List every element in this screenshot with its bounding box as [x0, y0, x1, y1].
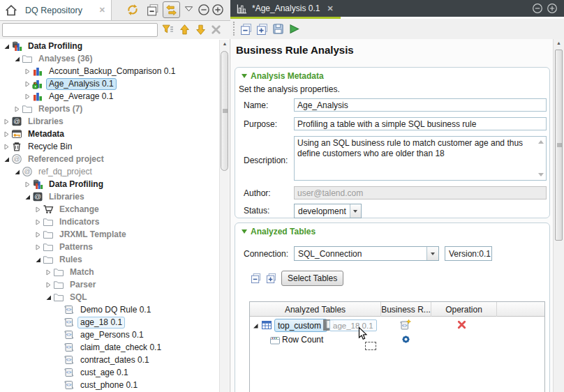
- close-icon[interactable]: ✕: [99, 6, 105, 15]
- tree-collapsed-arrow-icon[interactable]: [34, 218, 42, 225]
- refresh-icon[interactable]: [126, 3, 139, 16]
- run-icon[interactable]: [288, 23, 300, 35]
- tree-expanded-arrow-icon[interactable]: [24, 193, 31, 200]
- maximize-icon[interactable]: [212, 3, 224, 16]
- dropdown-arrow-icon[interactable]: [426, 247, 438, 260]
- save-icon[interactable]: [272, 23, 284, 35]
- scrollbar-thumb[interactable]: [221, 51, 228, 171]
- select-tables-button[interactable]: Select Tables: [281, 271, 343, 286]
- tree-expanded-arrow-icon[interactable]: [3, 43, 10, 50]
- tree-item[interactable]: @Referenced project: [0, 153, 218, 165]
- tree-collapsed-arrow-icon[interactable]: [3, 118, 10, 125]
- tree-collapsed-arrow-icon[interactable]: [24, 181, 31, 188]
- tab-age-analysis[interactable]: *Age_Analysis 0.1 ✕: [230, 0, 341, 17]
- selected-table-cell[interactable]: top_custom: [274, 319, 327, 332]
- scroll-up-icon[interactable]: [538, 140, 544, 144]
- tree-item[interactable]: <>cust_phone 0.1: [0, 379, 218, 391]
- col-business-rule[interactable]: Business R...: [381, 302, 431, 317]
- tree-item[interactable]: Rules: [0, 253, 218, 266]
- purpose-field[interactable]: [294, 117, 547, 130]
- table-row[interactable]: Row Count: [250, 333, 544, 348]
- tree-scrollbar[interactable]: ▲: [219, 40, 229, 392]
- tree-expanded-arrow-icon[interactable]: [13, 55, 21, 62]
- tree-item[interactable]: <>claim_date_check 0.1: [0, 341, 218, 354]
- tree-collapsed-arrow-icon[interactable]: [13, 105, 21, 112]
- collapse-all-icon[interactable]: [147, 3, 159, 16]
- connection-dropdown[interactable]: SQL_Connection: [294, 246, 439, 261]
- tree-collapsed-arrow-icon[interactable]: [3, 130, 10, 137]
- scroll-up-icon[interactable]: ▲: [554, 40, 564, 45]
- table-row[interactable]: top_custom age_18 0.1 <>: [250, 318, 544, 333]
- tree-expanded-arrow-icon[interactable]: [34, 256, 42, 263]
- toolbar-handle[interactable]: [233, 22, 235, 36]
- minimize-icon[interactable]: [198, 3, 210, 16]
- tree-item[interactable]: @Libraries: [0, 190, 218, 203]
- collapse-sections-icon[interactable]: [240, 23, 252, 35]
- tree-item[interactable]: Data Profiling: [0, 178, 218, 190]
- dropdown-arrow-icon[interactable]: [350, 204, 361, 218]
- tree-item[interactable]: <>Demo DQ Rule 0.1: [0, 303, 218, 316]
- tree-collapsed-arrow-icon[interactable]: [24, 80, 31, 87]
- collapse-triangle-icon[interactable]: [242, 229, 247, 234]
- tree-item[interactable]: Indicators: [0, 216, 218, 228]
- tree-item[interactable]: SQL: [0, 291, 218, 303]
- tab-dq-repository[interactable]: DQ Repository ✕: [20, 0, 112, 20]
- scrollbar-thumb[interactable]: [555, 50, 563, 241]
- tree-item[interactable]: Analyses (36): [0, 52, 218, 65]
- scroll-up-icon[interactable]: ▲: [220, 41, 230, 46]
- expand-sections-icon[interactable]: [256, 23, 268, 35]
- tree-item[interactable]: Data Profiling: [0, 40, 218, 52]
- expand-table-icon[interactable]: [266, 273, 276, 283]
- tree-collapsed-arrow-icon[interactable]: [34, 206, 42, 213]
- link-with-editor-button[interactable]: [163, 1, 180, 18]
- tree-collapsed-arrow-icon[interactable]: [45, 269, 52, 276]
- expand-arrow-icon[interactable]: [253, 323, 258, 329]
- tree-item[interactable]: JRXML Template: [0, 228, 218, 241]
- collapse-table-icon[interactable]: [251, 273, 261, 283]
- tree-item[interactable]: Match: [0, 266, 218, 278]
- status-dropdown[interactable]: development: [294, 204, 362, 218]
- move-down-icon[interactable]: [195, 24, 207, 36]
- filter-input[interactable]: [2, 23, 158, 37]
- clear-filter-icon[interactable]: [210, 24, 222, 36]
- business-rule-icon[interactable]: <>: [399, 319, 412, 331]
- tree-item[interactable]: Age_Average 0.1: [0, 90, 218, 103]
- move-up-icon[interactable]: [179, 24, 191, 36]
- collapse-triangle-icon[interactable]: [242, 74, 247, 78]
- tree-item[interactable]: <>cust_age 0.1: [0, 366, 218, 379]
- tree-item[interactable]: Exchange: [0, 203, 218, 216]
- tree-expanded-arrow-icon[interactable]: [45, 294, 52, 301]
- tree-item[interactable]: Reports (7): [0, 103, 218, 115]
- tree-expanded-arrow-icon[interactable]: [13, 168, 21, 175]
- tree-item[interactable]: <>age_18 0.1: [0, 316, 218, 329]
- delete-icon[interactable]: [457, 319, 467, 330]
- tree-item[interactable]: Age_Analysis 0.1: [0, 77, 218, 90]
- tree-collapsed-arrow-icon[interactable]: [24, 68, 31, 75]
- description-field[interactable]: Using an SQL business rule to match cust…: [294, 136, 547, 181]
- tree-item[interactable]: Account_Backup_Comparison 0.1: [0, 65, 218, 77]
- minimize-icon[interactable]: [532, 3, 543, 14]
- tree-collapsed-arrow-icon[interactable]: [45, 281, 52, 288]
- tree-item[interactable]: Patterns: [0, 241, 218, 253]
- close-icon[interactable]: ✕: [327, 4, 333, 13]
- section-header[interactable]: Analysis Metadata: [242, 71, 324, 81]
- settings-gear-icon[interactable]: [400, 333, 412, 345]
- tree-collapsed-arrow-icon[interactable]: [34, 243, 42, 250]
- view-menu-icon[interactable]: [184, 6, 193, 13]
- tree-item[interactable]: @ref_dq_project: [0, 165, 218, 178]
- tree-collapsed-arrow-icon[interactable]: [3, 143, 10, 150]
- tree-item[interactable]: <>age_Persons 0.1: [0, 329, 218, 341]
- tree-item[interactable]: @Libraries: [0, 115, 218, 128]
- col-analyzed-tables[interactable]: Analyzed Tables: [250, 302, 381, 317]
- tree-collapsed-arrow-icon[interactable]: [34, 231, 42, 238]
- editor-scrollbar[interactable]: ▲: [553, 39, 564, 392]
- tree-collapsed-arrow-icon[interactable]: [24, 93, 31, 100]
- tree-item[interactable]: Parser: [0, 278, 218, 291]
- tree-item[interactable]: Metadata: [0, 128, 218, 140]
- home-icon[interactable]: [5, 4, 17, 17]
- maximize-icon[interactable]: [547, 3, 558, 14]
- scroll-down-icon[interactable]: [538, 173, 544, 176]
- section-header[interactable]: Analyzed Tables: [242, 227, 316, 236]
- col-operation[interactable]: Operation: [431, 302, 497, 317]
- tree-expanded-arrow-icon[interactable]: [3, 156, 10, 163]
